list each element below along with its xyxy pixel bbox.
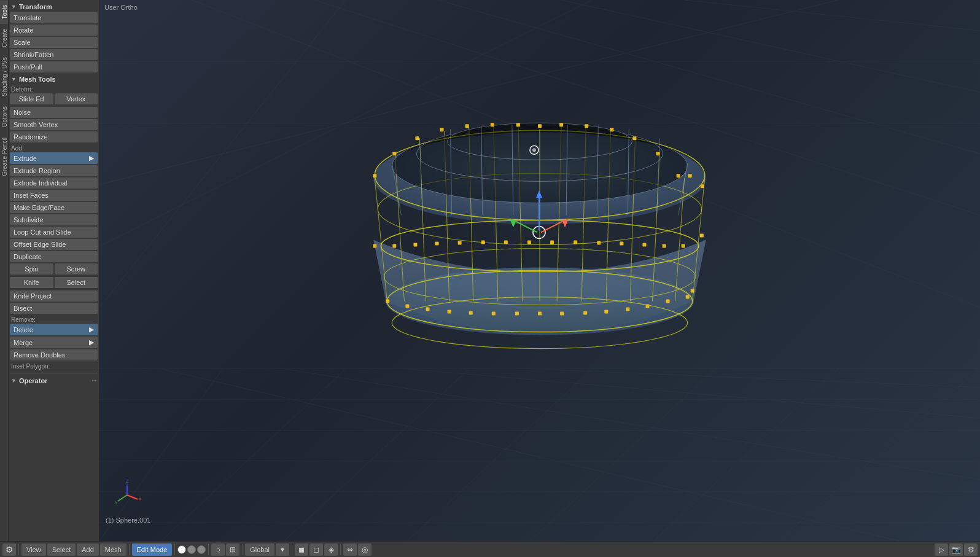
rotate-btn[interactable]: Rotate	[10, 25, 98, 36]
svg-rect-85	[481, 240, 485, 244]
svg-rect-75	[632, 136, 636, 140]
mode-select-btn[interactable]: Edit Mode	[132, 543, 173, 556]
duplicate-btn[interactable]: Duplicate	[10, 251, 98, 262]
delete-dropdown-btn[interactable]: Delete ▶	[10, 324, 98, 335]
merge-dropdown-btn[interactable]: Merge ▶	[10, 337, 98, 348]
xray-btn[interactable]: ◎	[358, 543, 371, 556]
svg-text:X: X	[139, 497, 142, 501]
svg-rect-79	[701, 184, 704, 188]
subdivide-btn[interactable]: Subdivide	[10, 214, 98, 225]
svg-rect-73	[585, 124, 588, 128]
tab-options[interactable]: Options	[0, 101, 8, 132]
svg-rect-94	[682, 244, 685, 247]
svg-rect-66	[415, 136, 419, 140]
screw-btn[interactable]: Screw	[55, 263, 98, 275]
global-select-btn[interactable]: Global	[245, 543, 274, 556]
transform-section-header[interactable]: ▼ Transform	[10, 1, 98, 12]
svg-rect-88	[550, 240, 554, 244]
svg-rect-81	[392, 244, 396, 247]
separator-3	[174, 544, 175, 555]
svg-rect-74	[610, 128, 613, 131]
svg-rect-98	[426, 308, 429, 311]
randomize-btn[interactable]: Randomize	[10, 131, 98, 142]
svg-rect-108	[645, 305, 649, 308]
smooth-vertex-btn[interactable]: Smooth Vertex	[10, 119, 98, 130]
spin-btn[interactable]: Spin	[10, 263, 53, 275]
viewport-label: User Ortho	[104, 4, 138, 11]
inset-polygon-label: Inset Polygon:	[10, 362, 98, 370]
svg-rect-87	[527, 240, 531, 244]
svg-rect-69	[491, 123, 494, 127]
svg-rect-72	[559, 123, 563, 127]
svg-rect-106	[604, 310, 608, 314]
loop-cut-btn[interactable]: Loop Cut and Slide	[10, 227, 98, 238]
wire-view-btn[interactable]: ◻	[309, 543, 323, 556]
proportional-btn[interactable]: ○	[211, 543, 225, 556]
render-btn[interactable]: 📷	[949, 543, 963, 556]
delete-arrow-icon: ▶	[89, 325, 94, 333]
svg-rect-96	[386, 300, 389, 303]
settings-btn[interactable]: ⚙	[964, 543, 978, 556]
extrude-dropdown-btn[interactable]: Extrude ▶	[10, 152, 98, 164]
add-label: Add:	[10, 144, 98, 152]
bisect-btn[interactable]: Bisect	[10, 303, 98, 314]
svg-point-120	[532, 148, 536, 152]
select-knife-btn[interactable]: Select	[55, 277, 98, 288]
mirror-btn[interactable]: ⇔	[343, 543, 357, 556]
mesh-tools-section-header[interactable]: ▼ Mesh Tools	[10, 74, 98, 85]
view-btn[interactable]: View	[21, 543, 46, 556]
svg-rect-65	[392, 152, 396, 155]
svg-rect-84	[458, 241, 462, 244]
noise-btn[interactable]: Noise	[10, 107, 98, 118]
spin-screw-row: Spin Screw	[10, 263, 98, 276]
tab-create[interactable]: Create	[0, 24, 8, 52]
solid-view-btn[interactable]: ◼	[295, 543, 308, 556]
timeline-btn[interactable]: ▷	[935, 543, 948, 556]
vertex-btn[interactable]: Vertex	[55, 93, 98, 104]
shrink-fatten-btn[interactable]: Shrink/Fatten	[10, 49, 98, 60]
main-area: Tools Create Shading / UVs Options Greas…	[0, 0, 980, 541]
push-pull-btn[interactable]: Push/Pull	[10, 61, 98, 72]
edge-select-dot[interactable]	[187, 545, 196, 554]
svg-rect-67	[440, 128, 444, 131]
mesh-tools-title: Mesh Tools	[19, 76, 56, 83]
select-btn[interactable]: Select	[47, 543, 76, 556]
knife-project-btn[interactable]: Knife Project	[10, 290, 98, 302]
inset-faces-btn[interactable]: Inset Faces	[10, 190, 98, 201]
mesh-svg	[99, 0, 980, 541]
extrude-region-btn[interactable]: Extrude Region	[10, 165, 98, 176]
transform-gizmo: Z X Y	[112, 480, 142, 510]
rendered-view-btn[interactable]: ◈	[324, 543, 338, 556]
knife-btn[interactable]: Knife	[10, 277, 53, 288]
add-btn[interactable]: Add	[77, 543, 99, 556]
face-select-dot[interactable]	[197, 545, 206, 554]
snap-btn[interactable]: ⊞	[226, 543, 239, 556]
extrude-individual-btn[interactable]: Extrude Individual	[10, 177, 98, 189]
translate-btn[interactable]: Translate	[10, 12, 98, 23]
deform-row: Slide Ed Vertex	[10, 93, 98, 106]
operator-section-header[interactable]: ▼ Operator ···	[10, 375, 98, 386]
viewport[interactable]: User Ortho Z X Y (1) Sphere.001	[99, 0, 980, 541]
tab-grease-pencil[interactable]: Grease Pencil	[0, 133, 8, 181]
mesh-btn[interactable]: Mesh	[100, 543, 126, 556]
operator-arrow: ▼	[11, 378, 17, 384]
svg-rect-82	[413, 243, 417, 246]
offset-edge-slide-btn[interactable]: Offset Edge Slide	[10, 239, 98, 250]
vertex-select-dot[interactable]	[177, 545, 186, 554]
remove-doubles-btn[interactable]: Remove Doubles	[10, 349, 98, 360]
global-arrow-icon[interactable]: ▾	[276, 543, 289, 556]
slide-edge-btn[interactable]: Slide Ed	[10, 93, 53, 104]
svg-rect-76	[656, 152, 660, 155]
svg-rect-83	[435, 241, 439, 245]
svg-rect-91	[620, 241, 623, 245]
svg-line-123	[118, 495, 127, 501]
engine-icon-btn[interactable]: ⚙	[2, 543, 16, 556]
svg-rect-102	[515, 312, 519, 316]
svg-rect-100	[469, 311, 473, 315]
svg-rect-68	[465, 124, 469, 128]
tab-tools[interactable]: Tools	[0, 0, 8, 24]
scale-btn[interactable]: Scale	[10, 37, 98, 48]
make-edge-face-btn[interactable]: Make Edge/Face	[10, 202, 98, 213]
tab-shading-uvs[interactable]: Shading / UVs	[0, 52, 8, 101]
side-panel: ▼ Transform Translate Rotate Scale Shrin…	[9, 0, 99, 541]
